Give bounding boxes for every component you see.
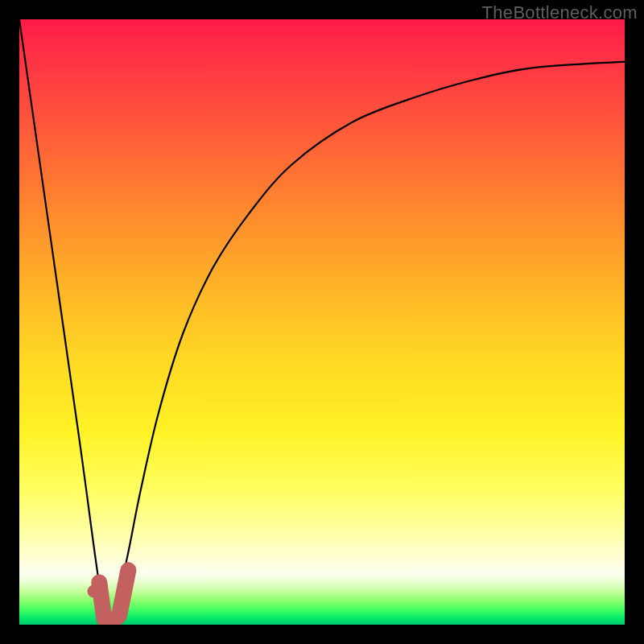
bottleneck-curve [19,19,625,625]
watermark-text: TheBottleneck.com [482,2,638,23]
marker-dot-icon [88,585,101,598]
curve-line [19,19,625,625]
chart-frame [19,19,625,625]
check-marker-icon [99,570,128,621]
